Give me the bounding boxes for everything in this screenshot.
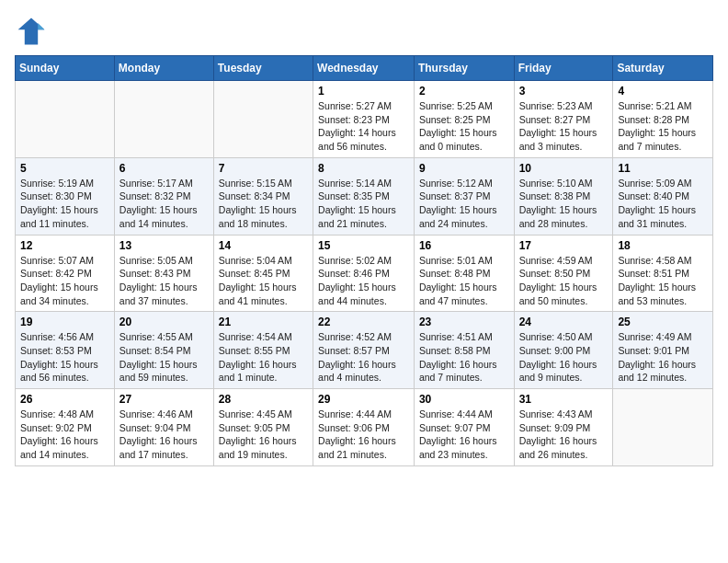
day-info: Sunrise: 5:07 AM Sunset: 8:42 PM Dayligh…: [20, 254, 109, 308]
day-number: 27: [119, 393, 209, 406]
day-cell-14: 14Sunrise: 5:04 AM Sunset: 8:45 PM Dayli…: [213, 235, 313, 312]
day-number: 2: [419, 85, 509, 98]
day-info: Sunrise: 5:15 AM Sunset: 8:34 PM Dayligh…: [219, 177, 308, 231]
day-cell-18: 18Sunrise: 4:58 AM Sunset: 8:51 PM Dayli…: [613, 235, 713, 312]
week-row-5: 26Sunrise: 4:48 AM Sunset: 9:02 PM Dayli…: [16, 389, 713, 466]
day-info: Sunrise: 4:52 AM Sunset: 8:57 PM Dayligh…: [318, 330, 409, 385]
day-info: Sunrise: 5:12 AM Sunset: 8:37 PM Dayligh…: [419, 177, 509, 231]
svg-marker-0: [18, 18, 45, 45]
day-cell-31: 31Sunrise: 4:43 AM Sunset: 9:09 PM Dayli…: [514, 389, 613, 466]
day-cell-4: 4Sunrise: 5:21 AM Sunset: 8:28 PM Daylig…: [613, 81, 713, 158]
day-number: 6: [119, 162, 209, 175]
day-info: Sunrise: 5:17 AM Sunset: 8:32 PM Dayligh…: [119, 177, 209, 231]
day-info: Sunrise: 4:44 AM Sunset: 9:06 PM Dayligh…: [318, 408, 409, 462]
day-number: 10: [519, 162, 609, 175]
day-info: Sunrise: 5:19 AM Sunset: 8:30 PM Dayligh…: [20, 177, 109, 231]
day-cell-26: 26Sunrise: 4:48 AM Sunset: 9:02 PM Dayli…: [16, 389, 115, 466]
day-cell-28: 28Sunrise: 4:45 AM Sunset: 9:05 PM Dayli…: [213, 389, 313, 466]
day-cell-16: 16Sunrise: 5:01 AM Sunset: 8:48 PM Dayli…: [414, 235, 514, 312]
day-cell-17: 17Sunrise: 4:59 AM Sunset: 8:50 PM Dayli…: [514, 235, 613, 312]
svg-marker-1: [38, 23, 44, 29]
day-info: Sunrise: 4:51 AM Sunset: 8:58 PM Dayligh…: [419, 330, 509, 385]
day-info: Sunrise: 5:09 AM Sunset: 8:40 PM Dayligh…: [618, 177, 708, 231]
day-cell-9: 9Sunrise: 5:12 AM Sunset: 8:37 PM Daylig…: [414, 157, 514, 235]
day-cell-11: 11Sunrise: 5:09 AM Sunset: 8:40 PM Dayli…: [613, 157, 713, 235]
day-cell-23: 23Sunrise: 4:51 AM Sunset: 8:58 PM Dayli…: [414, 312, 514, 389]
day-number: 3: [519, 85, 609, 98]
day-cell-12: 12Sunrise: 5:07 AM Sunset: 8:42 PM Dayli…: [16, 235, 115, 312]
weekday-header-tuesday: Tuesday: [213, 56, 313, 81]
day-info: Sunrise: 4:54 AM Sunset: 8:55 PM Dayligh…: [219, 330, 308, 385]
weekday-header-sunday: Sunday: [16, 56, 115, 81]
day-cell-20: 20Sunrise: 4:55 AM Sunset: 8:54 PM Dayli…: [114, 312, 213, 389]
day-info: Sunrise: 5:23 AM Sunset: 8:27 PM Dayligh…: [519, 99, 609, 154]
day-cell-29: 29Sunrise: 4:44 AM Sunset: 9:06 PM Dayli…: [313, 389, 415, 466]
day-info: Sunrise: 5:05 AM Sunset: 8:43 PM Dayligh…: [119, 254, 209, 308]
day-info: Sunrise: 4:55 AM Sunset: 8:54 PM Dayligh…: [119, 330, 209, 385]
weekday-header-saturday: Saturday: [613, 56, 713, 81]
day-info: Sunrise: 4:56 AM Sunset: 8:53 PM Dayligh…: [20, 330, 109, 385]
day-number: 12: [20, 239, 109, 252]
day-cell-15: 15Sunrise: 5:02 AM Sunset: 8:46 PM Dayli…: [313, 235, 415, 312]
day-cell-21: 21Sunrise: 4:54 AM Sunset: 8:55 PM Dayli…: [213, 312, 313, 389]
day-number: 13: [119, 239, 209, 252]
day-info: Sunrise: 5:02 AM Sunset: 8:46 PM Dayligh…: [318, 254, 409, 308]
logo: [15, 15, 51, 48]
day-number: 4: [618, 85, 708, 98]
day-info: Sunrise: 4:50 AM Sunset: 9:00 PM Dayligh…: [519, 330, 609, 385]
day-cell-24: 24Sunrise: 4:50 AM Sunset: 9:00 PM Dayli…: [514, 312, 613, 389]
day-info: Sunrise: 5:10 AM Sunset: 8:38 PM Dayligh…: [519, 177, 609, 231]
day-cell-6: 6Sunrise: 5:17 AM Sunset: 8:32 PM Daylig…: [114, 157, 213, 235]
weekday-header-wednesday: Wednesday: [313, 56, 415, 81]
day-number: 20: [119, 316, 209, 328]
weekday-header-friday: Friday: [514, 56, 613, 81]
day-number: 19: [20, 316, 109, 328]
week-row-2: 5Sunrise: 5:19 AM Sunset: 8:30 PM Daylig…: [16, 157, 713, 235]
day-number: 15: [318, 239, 409, 252]
day-number: 22: [318, 316, 409, 328]
empty-cell: [16, 81, 115, 158]
day-number: 7: [219, 162, 308, 175]
day-number: 11: [618, 162, 708, 175]
weekday-header-thursday: Thursday: [414, 56, 514, 81]
day-info: Sunrise: 4:49 AM Sunset: 9:01 PM Dayligh…: [618, 330, 708, 385]
day-info: Sunrise: 5:01 AM Sunset: 8:48 PM Dayligh…: [419, 254, 509, 308]
day-info: Sunrise: 4:45 AM Sunset: 9:05 PM Dayligh…: [219, 408, 308, 462]
week-row-3: 12Sunrise: 5:07 AM Sunset: 8:42 PM Dayli…: [16, 235, 713, 312]
day-number: 5: [20, 162, 109, 175]
day-cell-5: 5Sunrise: 5:19 AM Sunset: 8:30 PM Daylig…: [16, 157, 115, 235]
day-cell-1: 1Sunrise: 5:27 AM Sunset: 8:23 PM Daylig…: [313, 81, 415, 158]
day-number: 16: [419, 239, 509, 252]
day-info: Sunrise: 4:58 AM Sunset: 8:51 PM Dayligh…: [618, 254, 708, 308]
day-info: Sunrise: 4:46 AM Sunset: 9:04 PM Dayligh…: [119, 408, 209, 462]
day-number: 28: [219, 393, 308, 406]
day-info: Sunrise: 4:44 AM Sunset: 9:07 PM Dayligh…: [419, 408, 509, 462]
day-info: Sunrise: 5:21 AM Sunset: 8:28 PM Dayligh…: [618, 99, 708, 154]
weekday-header-row: SundayMondayTuesdayWednesdayThursdayFrid…: [16, 56, 713, 81]
day-info: Sunrise: 4:59 AM Sunset: 8:50 PM Dayligh…: [519, 254, 609, 308]
weekday-header-monday: Monday: [114, 56, 213, 81]
day-cell-3: 3Sunrise: 5:23 AM Sunset: 8:27 PM Daylig…: [514, 81, 613, 158]
week-row-4: 19Sunrise: 4:56 AM Sunset: 8:53 PM Dayli…: [16, 312, 713, 389]
day-number: 23: [419, 316, 509, 328]
day-number: 26: [20, 393, 109, 406]
day-number: 30: [419, 393, 509, 406]
day-number: 25: [618, 316, 708, 328]
day-number: 8: [318, 162, 409, 175]
empty-cell: [613, 389, 713, 466]
day-number: 18: [618, 239, 708, 252]
day-cell-30: 30Sunrise: 4:44 AM Sunset: 9:07 PM Dayli…: [414, 389, 514, 466]
day-info: Sunrise: 5:14 AM Sunset: 8:35 PM Dayligh…: [318, 177, 409, 231]
day-cell-27: 27Sunrise: 4:46 AM Sunset: 9:04 PM Dayli…: [114, 389, 213, 466]
day-info: Sunrise: 4:48 AM Sunset: 9:02 PM Dayligh…: [20, 408, 109, 462]
day-number: 31: [519, 393, 609, 406]
day-cell-22: 22Sunrise: 4:52 AM Sunset: 8:57 PM Dayli…: [313, 312, 415, 389]
logo-icon: [15, 15, 48, 48]
empty-cell: [114, 81, 213, 158]
page-header: [15, 15, 713, 48]
day-cell-10: 10Sunrise: 5:10 AM Sunset: 8:38 PM Dayli…: [514, 157, 613, 235]
day-number: 21: [219, 316, 308, 328]
day-cell-25: 25Sunrise: 4:49 AM Sunset: 9:01 PM Dayli…: [613, 312, 713, 389]
day-cell-13: 13Sunrise: 5:05 AM Sunset: 8:43 PM Dayli…: [114, 235, 213, 312]
day-cell-19: 19Sunrise: 4:56 AM Sunset: 8:53 PM Dayli…: [16, 312, 115, 389]
